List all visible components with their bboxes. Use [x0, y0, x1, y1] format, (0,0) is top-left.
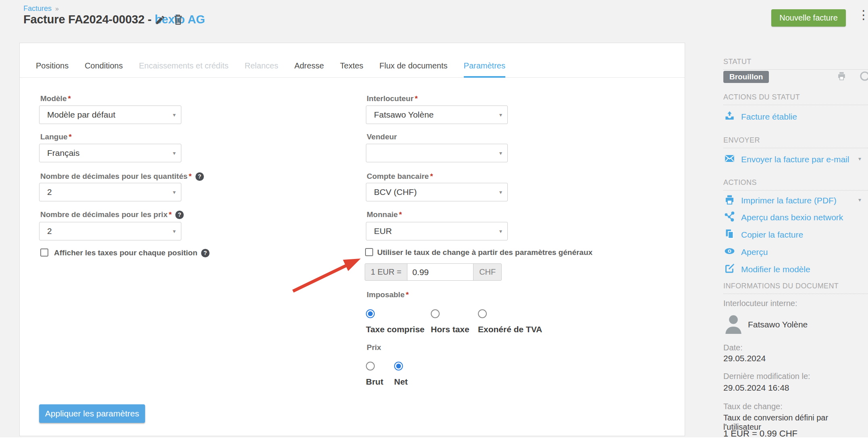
- preview-link[interactable]: Aperçu: [741, 247, 768, 257]
- compte-bancaire-label: Compte bancaire *: [367, 172, 433, 181]
- prix-label: Prix: [367, 343, 381, 352]
- rate-prefix: 1 EUR =: [365, 263, 407, 281]
- edit-title-button[interactable]: [155, 14, 166, 27]
- radio-hors-taxe[interactable]: [431, 309, 440, 318]
- tab-adresse[interactable]: Adresse: [294, 61, 324, 78]
- required-marker: *: [68, 94, 71, 103]
- tab-conditions[interactable]: Conditions: [85, 61, 123, 78]
- radio-dot: [396, 364, 401, 368]
- modele-select[interactable]: Modèle par défaut ▾: [39, 106, 181, 124]
- tab-parametres[interactable]: Paramètres: [464, 61, 505, 78]
- chevron-down-icon: ▾: [173, 150, 176, 156]
- new-invoice-button[interactable]: Nouvelle facture: [771, 9, 846, 27]
- network-icon: [724, 211, 735, 224]
- radio-exonere-tva[interactable]: [478, 309, 487, 318]
- breadcrumb-link-factures[interactable]: Factures: [23, 4, 52, 13]
- bexio-network-row[interactable]: Aperçu dans bexio network: [724, 211, 843, 224]
- more-options-kebab-icon[interactable]: ⋮: [858, 9, 868, 21]
- edit-template-row[interactable]: Modifier le modèle: [724, 263, 810, 275]
- required-marker: *: [189, 172, 191, 181]
- imposable-label: Imposable *: [367, 290, 409, 299]
- tab-textes[interactable]: Textes: [340, 61, 363, 78]
- interlocuteur-select[interactable]: Fatsawo Yolène ▾: [366, 106, 508, 124]
- radio-exonere-tva-label: Exonéré de TVA: [478, 325, 542, 334]
- monnaie-select[interactable]: EUR ▾: [366, 222, 508, 240]
- vendeur-label: Vendeur: [367, 132, 397, 141]
- help-icon[interactable]: ?: [195, 172, 204, 181]
- preview-row[interactable]: Aperçu: [724, 246, 768, 258]
- facture-etablie-row[interactable]: Facture établie: [724, 110, 797, 123]
- radio-brut[interactable]: [366, 362, 375, 371]
- radio-taxe-comprise[interactable]: [366, 309, 375, 318]
- chevron-down-icon: ▾: [173, 228, 176, 234]
- tab-bar: Positions Conditions Encaissements et cr…: [20, 43, 685, 78]
- date-label: Date:: [723, 343, 743, 352]
- decimales-qty-label-text: Nombre de décimales pour les quantités: [40, 172, 187, 181]
- bexio-network-link[interactable]: Aperçu dans bexio network: [741, 213, 843, 222]
- last-modified-label: Dernière modification le:: [723, 372, 810, 381]
- refresh-circle-icon[interactable]: [857, 71, 868, 83]
- monnaie-label-text: Monnaie: [367, 210, 398, 219]
- compte-bancaire-select-value: BCV (CHF): [374, 187, 417, 197]
- print-invoice-link[interactable]: Imprimer la facture (PDF): [741, 196, 837, 205]
- print-options-chevron-icon[interactable]: ▾: [858, 197, 861, 203]
- copy-invoice-row[interactable]: Copier la facture: [724, 228, 803, 241]
- afficher-taxes-label-text: Afficher les taxes pour chaque position: [54, 248, 197, 257]
- interlocuteur-select-value: Fatsawo Yolène: [374, 110, 434, 120]
- langue-select-value: Français: [47, 148, 80, 158]
- taux-change-checkbox-label: Utiliser le taux de change à partir des …: [377, 248, 592, 257]
- copy-invoice-link[interactable]: Copier la facture: [741, 230, 803, 240]
- actions-header: ACTIONS: [723, 178, 868, 190]
- apply-settings-button[interactable]: Appliquer les paramètres: [39, 404, 145, 423]
- printer-icon: [724, 194, 735, 207]
- copy-icon: [724, 228, 735, 241]
- facture-etablie-link[interactable]: Facture établie: [741, 112, 797, 122]
- email-options-chevron-icon[interactable]: ▾: [858, 155, 861, 162]
- afficher-taxes-checkbox[interactable]: [40, 248, 48, 257]
- exchange-rate-label: Taux de change:: [723, 402, 783, 411]
- actions-statut-header: ACTIONS DU STATUT: [723, 93, 868, 105]
- send-email-row[interactable]: Envoyer la facture par e-mail: [724, 153, 849, 166]
- rate-input[interactable]: [407, 263, 473, 281]
- radio-net[interactable]: [394, 362, 403, 371]
- decimales-prix-select-value: 2: [47, 226, 52, 236]
- pencil-icon: [155, 21, 166, 27]
- langue-select[interactable]: Français ▾: [39, 144, 181, 162]
- edit-template-link[interactable]: Modifier le modèle: [741, 265, 810, 274]
- langue-label: Langue *: [40, 132, 72, 141]
- required-marker: *: [415, 94, 417, 103]
- required-marker: *: [399, 210, 402, 219]
- help-icon[interactable]: ?: [201, 249, 210, 257]
- chevron-down-icon: ▾: [499, 228, 502, 234]
- compte-bancaire-select[interactable]: BCV (CHF) ▾: [366, 183, 508, 201]
- monnaie-label: Monnaie *: [367, 210, 402, 219]
- decimales-prix-label-text: Nombre de décimales pour les prix: [40, 210, 168, 219]
- internal-contact-label: Interlocuteur interne:: [723, 299, 797, 308]
- radio-taxe-comprise-label: Taxe comprise: [366, 325, 425, 334]
- decimales-qty-select[interactable]: 2 ▾: [39, 183, 181, 201]
- radio-net-label: Net: [394, 377, 408, 387]
- imposable-label-text: Imposable: [367, 290, 405, 299]
- tab-flux-documents[interactable]: Flux de documents: [380, 61, 448, 78]
- tab-positions[interactable]: Positions: [36, 61, 69, 78]
- delete-invoice-button[interactable]: [172, 13, 184, 27]
- last-modified-value: 29.05.2024 16:48: [723, 383, 789, 393]
- printer-icon[interactable]: [837, 71, 847, 83]
- outbox-tray-icon: [724, 110, 735, 123]
- chevron-down-icon: ▾: [173, 112, 176, 118]
- vendeur-select[interactable]: ▾: [366, 144, 508, 162]
- required-marker: *: [169, 210, 172, 219]
- eye-icon: [724, 246, 735, 258]
- help-icon[interactable]: ?: [175, 211, 184, 219]
- taux-change-checkbox[interactable]: [365, 248, 373, 256]
- decimales-prix-select[interactable]: 2 ▾: [39, 222, 181, 240]
- breadcrumb: Factures »: [23, 4, 59, 13]
- radio-dot: [368, 311, 373, 316]
- send-email-link[interactable]: Envoyer la facture par e-mail: [741, 155, 849, 164]
- print-invoice-row[interactable]: Imprimer la facture (PDF): [724, 194, 837, 207]
- decimales-qty-select-value: 2: [47, 187, 52, 197]
- required-marker: *: [430, 172, 433, 181]
- required-marker: *: [69, 132, 72, 141]
- chevron-down-icon: ▾: [173, 189, 176, 195]
- radio-brut-label: Brut: [366, 377, 383, 387]
